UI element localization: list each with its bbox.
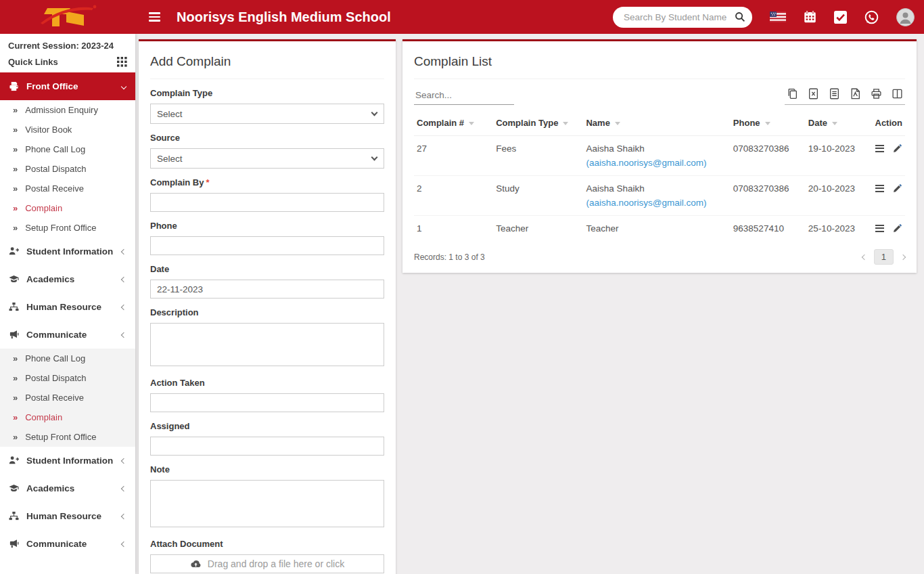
- quick-links[interactable]: Quick Links: [8, 57, 127, 67]
- sidebar-item-communicate[interactable]: Communicate: [0, 321, 135, 349]
- description-label: Description: [150, 307, 384, 317]
- sidebar-sub-label: Admission Enquiry: [25, 105, 98, 115]
- row-menu-icon[interactable]: [875, 144, 884, 154]
- school-logo[interactable]: [0, 0, 135, 34]
- student-search-input[interactable]: [622, 12, 731, 23]
- cloud-upload-icon: [190, 560, 202, 569]
- whatsapp-icon[interactable]: [864, 10, 879, 24]
- date-input[interactable]: [150, 280, 384, 299]
- sidebar-item-label: Academics: [26, 274, 74, 284]
- complain-type-select[interactable]: Select: [150, 104, 384, 124]
- cell-name: Teacher: [583, 216, 730, 242]
- double-arrow-icon: »: [13, 353, 18, 363]
- language-flag-icon[interactable]: [770, 12, 786, 22]
- sidebar-item-setup-front-office[interactable]: »Setup Front Office: [0, 218, 135, 238]
- sidebar-item-phone-call-log-2[interactable]: »Phone Call Log: [0, 349, 135, 368]
- required-asterisk: *: [206, 177, 209, 187]
- col-header-date[interactable]: Date: [806, 110, 873, 136]
- cell-action: [873, 216, 906, 242]
- file-dropzone[interactable]: Drag and drop a file here or click: [150, 554, 384, 573]
- sidebar-item-postal-receive-2[interactable]: »Postal Receive: [0, 388, 135, 407]
- sidebar-item-postal-dispatch-2[interactable]: »Postal Dispatch: [0, 368, 135, 388]
- edit-pencil-icon[interactable]: [893, 223, 902, 233]
- top-header-bar: Noorisys English Medium School: [0, 0, 924, 34]
- copy-icon[interactable]: [787, 88, 798, 100]
- sort-icon: [832, 122, 837, 125]
- note-label: Note: [150, 464, 384, 474]
- sidebar-item-student-information-2[interactable]: Student Information: [0, 447, 135, 474]
- student-search-box: [613, 7, 752, 28]
- sidebar-item-academics[interactable]: Academics: [0, 265, 135, 293]
- edit-pencil-icon[interactable]: [893, 183, 902, 193]
- columns-icon[interactable]: [892, 88, 903, 100]
- double-arrow-icon: »: [13, 125, 18, 135]
- cell-complain-type: Fees: [493, 136, 583, 176]
- description-textarea[interactable]: [150, 323, 384, 366]
- sidebar-toggle-icon[interactable]: [149, 10, 160, 24]
- sidebar-item-label: Human Resource: [26, 511, 101, 521]
- email-link[interactable]: (aaisha.noorisys@gmail.com): [586, 158, 727, 168]
- sidebar-item-visitor-book[interactable]: »Visitor Book: [0, 120, 135, 139]
- col-header-complain-id[interactable]: Complain #: [414, 110, 493, 136]
- form-title: Add Complain: [150, 54, 384, 79]
- prev-page-icon[interactable]: [862, 254, 867, 259]
- assigned-input[interactable]: [150, 437, 384, 456]
- logo-graphic: [35, 3, 100, 31]
- chevron-down-icon: [121, 83, 126, 89]
- row-menu-icon[interactable]: [875, 183, 884, 194]
- sidebar-item-postal-dispatch[interactable]: »Postal Dispatch: [0, 159, 135, 179]
- sidebar-item-communicate-2[interactable]: Communicate: [0, 530, 135, 558]
- sidebar-item-complain[interactable]: »Complain: [0, 198, 135, 218]
- records-count: Records: 1 to 3 of 3: [414, 252, 485, 262]
- complain-by-input[interactable]: [150, 193, 384, 212]
- phone-input[interactable]: [150, 236, 384, 255]
- csv-icon[interactable]: [829, 88, 840, 100]
- print-icon[interactable]: [871, 88, 882, 100]
- sidebar-item-setup-front-office-2[interactable]: »Setup Front Office: [0, 427, 135, 447]
- grid-menu-icon[interactable]: [117, 57, 127, 67]
- chevron-left-icon: [121, 304, 126, 309]
- cell-complain-id: 1: [414, 216, 493, 242]
- source-select[interactable]: Select: [150, 148, 384, 169]
- sidebar-sub-label: Postal Dispatch: [25, 373, 86, 383]
- sidebar-item-complain-2[interactable]: »Complain: [0, 407, 135, 427]
- double-arrow-icon: »: [13, 412, 18, 422]
- search-icon[interactable]: [735, 12, 745, 22]
- double-arrow-icon: »: [13, 373, 18, 383]
- col-header-phone[interactable]: Phone: [731, 110, 806, 136]
- current-session-label: Current Session: 2023-24: [8, 41, 127, 51]
- sidebar-item-human-resource-2[interactable]: Human Resource: [0, 502, 135, 530]
- edit-pencil-icon[interactable]: [893, 144, 902, 153]
- list-search: [414, 87, 514, 105]
- sidebar-item-human-resource[interactable]: Human Resource: [0, 293, 135, 321]
- task-check-icon[interactable]: [834, 11, 847, 24]
- calendar-icon[interactable]: [804, 10, 816, 24]
- sidebar-item-phone-call-log[interactable]: »Phone Call Log: [0, 139, 135, 159]
- col-header-name[interactable]: Name: [583, 110, 730, 136]
- assigned-label: Assigned: [150, 421, 384, 431]
- double-arrow-icon: »: [13, 393, 18, 403]
- sidebar-item-label: Communicate: [26, 539, 87, 549]
- row-menu-icon[interactable]: [875, 223, 884, 234]
- next-page-icon[interactable]: [900, 254, 906, 259]
- action-taken-input[interactable]: [150, 393, 384, 412]
- sidebar-item-academics-2[interactable]: Academics: [0, 474, 135, 502]
- sidebar-item-postal-receive[interactable]: »Postal Receive: [0, 179, 135, 198]
- sitemap-icon: [9, 302, 19, 312]
- excel-icon[interactable]: [808, 88, 819, 100]
- list-search-input[interactable]: [414, 87, 514, 105]
- app-title: Noorisys English Medium School: [177, 9, 391, 25]
- sidebar-item-student-information[interactable]: Student Information: [0, 238, 135, 265]
- complain-by-label: Complain By*: [150, 177, 384, 187]
- email-link[interactable]: (aaisha.noorisys@gmail.com): [586, 198, 727, 208]
- cell-action: [873, 136, 906, 176]
- cell-action: [873, 176, 906, 216]
- quick-links-label: Quick Links: [8, 57, 58, 67]
- pdf-icon[interactable]: [850, 88, 861, 100]
- note-textarea[interactable]: [150, 480, 384, 527]
- sidebar-item-front-office[interactable]: Front Office: [0, 72, 135, 100]
- col-header-complain-type[interactable]: Complain Type: [493, 110, 583, 136]
- sidebar-item-admission-enquiry[interactable]: »Admission Enquiry: [0, 100, 135, 120]
- user-avatar[interactable]: [896, 8, 915, 26]
- page-number[interactable]: 1: [874, 249, 894, 265]
